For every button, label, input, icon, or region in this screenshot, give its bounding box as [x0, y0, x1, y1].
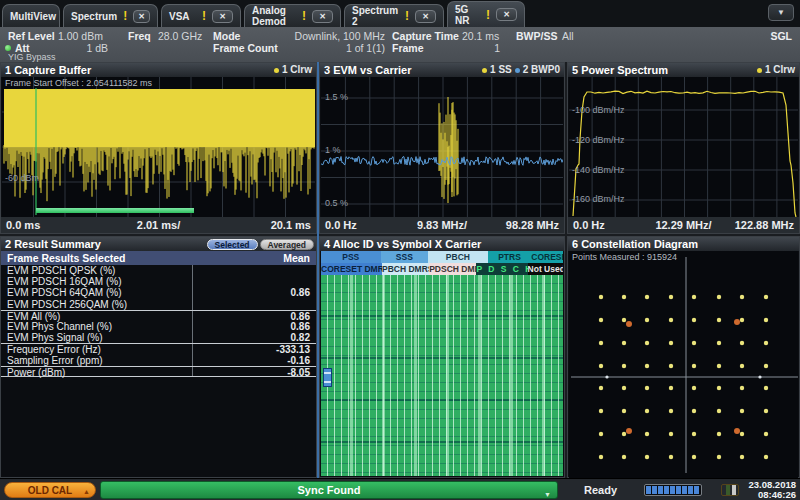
- tab-label: 5G NR: [455, 4, 480, 26]
- alloc-legend-row-2: CORESET DMRS PBCH DMRS PDSCH DMRS P D S …: [321, 263, 563, 275]
- frame-label: Frame: [392, 42, 424, 54]
- table-row: EVM PDSCH 256QAM (%): [1, 299, 316, 310]
- ytick: -140 dBm/Hz: [572, 165, 625, 175]
- tab-label: Spectrum 2: [352, 5, 399, 27]
- close-icon[interactable]: ✕: [212, 10, 233, 23]
- legend-pss: PSS: [321, 251, 381, 263]
- sweep-mode-badge: SGL: [770, 30, 792, 42]
- panel-constellation: 6 Constellation Diagram Points Measured …: [567, 236, 800, 478]
- legend-pdsch-dmrs: PDSCH DMRS: [429, 263, 476, 275]
- selected-pill[interactable]: Selected: [207, 239, 258, 250]
- time-label: 08:46:26: [748, 490, 796, 500]
- evm-x-axis: 0.0 Hz 9.83 MHz/ 98.28 MHz: [320, 217, 564, 233]
- table-row: Power (dBm)-8.05: [1, 366, 316, 377]
- table-row: Frequency Error (Hz)-333.13: [1, 343, 316, 354]
- tab-analog-demod[interactable]: Analog Demod ! ✕: [244, 4, 341, 27]
- capture-time-value[interactable]: 20.1 ms: [462, 30, 499, 42]
- alloc-legend-row-1: PSS SSS PBCH PTRS CORESET: [321, 251, 563, 263]
- capture-y-label: -60 dBm: [5, 173, 39, 183]
- capture-buffer-title-bar[interactable]: 1 Capture Buffer 1 Clrw: [1, 63, 316, 77]
- old-cal-button[interactable]: OLD CAL▲: [4, 482, 96, 498]
- capture-x-axis: 0.0 ms 2.01 ms/ 20.1 ms: [1, 217, 316, 233]
- freq-value[interactable]: 28.0 GHz: [158, 30, 202, 42]
- status-bar: OLD CAL▲ Sync Found▼ Ready 23.08.2018 08…: [0, 478, 800, 500]
- close-icon[interactable]: ✕: [312, 10, 333, 23]
- panel-title: 1 Capture Buffer: [5, 63, 274, 77]
- table-row: EVM Phys Signal (%)0.82: [1, 332, 316, 343]
- axis-stop: 122.88 MHz: [735, 217, 794, 233]
- result-summary-title-bar[interactable]: 2 Result Summary Selected Averaged: [1, 237, 316, 251]
- table-row: EVM PDSCH QPSK (%): [1, 265, 316, 276]
- legend-coreset-dmrs: CORESET DMRS: [321, 263, 382, 275]
- panel-capture-buffer: 1 Capture Buffer 1 Clrw Frame Start Offs…: [0, 62, 317, 234]
- att-value[interactable]: 1 dB: [70, 42, 108, 54]
- tab-label: Analog Demod: [252, 5, 296, 27]
- ytick: -160 dBm/Hz: [572, 194, 625, 204]
- legend-ptrs: PTRS: [488, 251, 532, 263]
- panel-title: 6 Constellation Diagram: [572, 237, 799, 251]
- table-row: EVM All (%)0.86: [1, 310, 316, 321]
- tab-bar: MultiView Spectrum ! ✕ VSA ! ✕ Analog De…: [0, 0, 800, 27]
- legend-sss: SSS: [381, 251, 429, 263]
- tab-vsa[interactable]: VSA ! ✕: [161, 4, 241, 27]
- column-name: Frame Results Selected: [1, 251, 193, 265]
- panel-title: 3 EVM vs Carrier: [324, 63, 482, 77]
- evm-title-bar[interactable]: 3 EVM vs Carrier 1 SS 2 BWP0: [320, 63, 564, 77]
- axis-stop: 98.28 MHz: [506, 217, 559, 233]
- frame-count-value[interactable]: 1 of 1(1): [320, 42, 385, 54]
- ytick: 0.5 %: [325, 198, 348, 208]
- close-icon[interactable]: ✕: [496, 8, 517, 21]
- trace-dot-icon: [757, 68, 762, 73]
- legend-pdsch: P D S C H: [476, 263, 527, 275]
- panel-power-spectrum: 5 Power Spectrum 1 Clrw -100 dBm/Hz -120…: [567, 62, 800, 234]
- alloc-resource-grid[interactable]: [321, 275, 563, 476]
- freq-label: Freq: [128, 30, 151, 42]
- alloc-id-title-bar[interactable]: 4 Alloc ID vs Symbol X Carrier: [320, 237, 564, 251]
- tab-multiview[interactable]: MultiView: [2, 4, 60, 27]
- panel-evm-vs-carrier: 3 EVM vs Carrier 1 SS 2 BWP0 1.5 % 1 % 0…: [319, 62, 565, 234]
- table-row: EVM Phys Channel (%)0.86: [1, 321, 316, 332]
- table-row: EVM PDSCH 16QAM (%): [1, 276, 316, 287]
- panel-alloc-id: 4 Alloc ID vs Symbol X Carrier PSS SSS P…: [319, 236, 565, 478]
- frame-value[interactable]: 1: [460, 42, 500, 54]
- tab-spectrum-2[interactable]: Spectrum 2 ! ✕: [344, 4, 444, 27]
- tab-5g-nr[interactable]: 5G NR ! ✕: [447, 1, 525, 27]
- panel-result-summary: 2 Result Summary Selected Averaged Frame…: [0, 236, 317, 478]
- sync-status-label: Sync Found: [298, 484, 361, 496]
- tab-spectrum[interactable]: Spectrum ! ✕: [63, 4, 158, 27]
- evm-trace: [321, 77, 563, 219]
- alert-icon: !: [486, 8, 490, 22]
- panel-title: 4 Alloc ID vs Symbol X Carrier: [324, 237, 564, 251]
- trace-dot-icon: [274, 68, 279, 73]
- tab-label: MultiView: [10, 11, 56, 22]
- axis-stop: 20.1 ms: [271, 217, 311, 233]
- power-spectrum-plot: -100 dBm/Hz -120 dBm/Hz -140 dBm/Hz -160…: [569, 77, 798, 219]
- date-time: 23.08.2018 08:46:26: [748, 480, 796, 500]
- ytick: 1.5 %: [325, 92, 348, 102]
- tab-overflow-button[interactable]: ▼: [768, 4, 794, 21]
- ss-block-marker: [323, 368, 332, 387]
- close-icon[interactable]: ✕: [133, 10, 150, 23]
- points-measured-label: Points Measured : 915924: [572, 252, 677, 262]
- caret-icon: ▲: [83, 484, 90, 499]
- averaged-pill[interactable]: Averaged: [260, 239, 314, 250]
- mode-value[interactable]: Downlink, 100 MHz: [250, 30, 385, 42]
- column-mean: Mean: [193, 251, 316, 265]
- tab-label: Spectrum: [71, 11, 117, 22]
- ytick: -100 dBm/Hz: [572, 105, 625, 115]
- bwp-value[interactable]: All: [562, 30, 574, 42]
- constellation-points: [569, 251, 798, 478]
- close-icon[interactable]: ✕: [415, 10, 436, 23]
- mode-label: Mode: [213, 30, 240, 42]
- constellation-title-bar[interactable]: 6 Constellation Diagram: [568, 237, 799, 251]
- power-spectrum-x-axis: 0.0 Hz 12.29 MHz/ 122.88 MHz: [568, 217, 799, 233]
- analyzer-screen: MultiView Spectrum ! ✕ VSA ! ✕ Analog De…: [0, 0, 800, 500]
- tab-label: VSA: [169, 11, 196, 22]
- axis-scale: 2.01 ms/: [1, 217, 316, 233]
- sync-status-button[interactable]: Sync Found▼: [100, 481, 558, 499]
- ref-level-label: Ref Level: [8, 30, 55, 42]
- ref-level-value[interactable]: 1.00 dBm: [58, 30, 103, 42]
- evm-plot: 1.5 % 1 % 0.5 %: [321, 77, 563, 219]
- power-spectrum-title-bar[interactable]: 5 Power Spectrum 1 Clrw: [568, 63, 799, 77]
- trace-legend: 1 Clrw: [282, 63, 312, 77]
